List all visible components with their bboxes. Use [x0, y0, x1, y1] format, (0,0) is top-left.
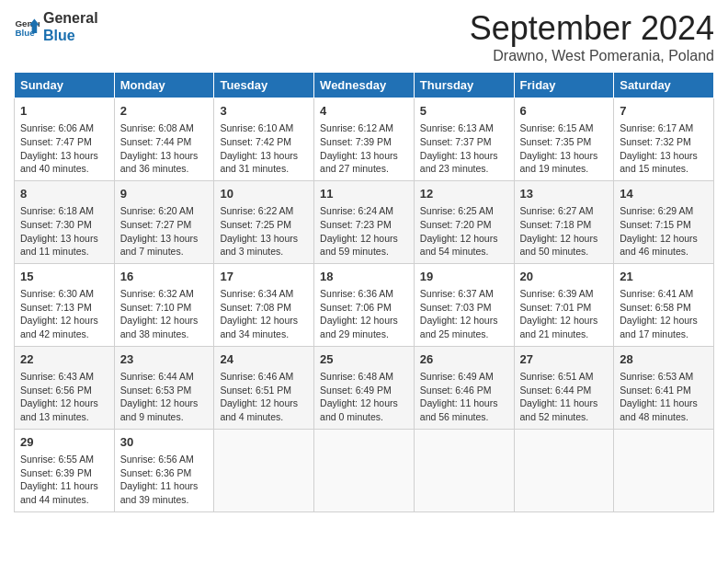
day-number: 13 — [520, 186, 609, 202]
logo-line1: General — [43, 9, 98, 27]
calendar-week-row: 1Sunrise: 6:06 AM Sunset: 7:47 PM Daylig… — [15, 98, 714, 181]
calendar-title: September 2024 — [470, 9, 714, 48]
day-info: Sunrise: 6:46 AM Sunset: 6:51 PM Dayligh… — [220, 370, 308, 424]
calendar-cell: 16Sunrise: 6:32 AM Sunset: 7:10 PM Dayli… — [114, 263, 214, 346]
weekday-header-friday: Friday — [514, 73, 614, 98]
day-info: Sunrise: 6:25 AM Sunset: 7:20 PM Dayligh… — [420, 204, 508, 259]
day-info: Sunrise: 6:10 AM Sunset: 7:42 PM Dayligh… — [220, 121, 308, 176]
calendar-cell: 28Sunrise: 6:53 AM Sunset: 6:41 PM Dayli… — [614, 346, 714, 429]
day-number: 2 — [120, 103, 209, 120]
day-info: Sunrise: 6:08 AM Sunset: 7:44 PM Dayligh… — [120, 121, 209, 176]
day-info: Sunrise: 6:43 AM Sunset: 6:56 PM Dayligh… — [20, 370, 108, 424]
calendar-cell: 22Sunrise: 6:43 AM Sunset: 6:56 PM Dayli… — [15, 346, 115, 429]
day-info: Sunrise: 6:18 AM Sunset: 7:30 PM Dayligh… — [20, 204, 108, 259]
calendar-cell: 19Sunrise: 6:37 AM Sunset: 7:03 PM Dayli… — [414, 263, 514, 346]
calendar-cell: 1Sunrise: 6:06 AM Sunset: 7:47 PM Daylig… — [15, 98, 115, 181]
day-number: 26 — [420, 351, 508, 368]
day-number: 12 — [420, 186, 508, 202]
day-number: 23 — [120, 351, 209, 368]
calendar-cell — [214, 429, 314, 511]
day-info: Sunrise: 6:12 AM Sunset: 7:39 PM Dayligh… — [320, 121, 408, 176]
calendar-week-row: 8Sunrise: 6:18 AM Sunset: 7:30 PM Daylig… — [15, 180, 714, 263]
header: General Blue General Blue September 2024… — [14, 9, 714, 64]
calendar-cell: 11Sunrise: 6:24 AM Sunset: 7:23 PM Dayli… — [314, 180, 415, 263]
day-info: Sunrise: 6:53 AM Sunset: 6:41 PM Dayligh… — [620, 370, 708, 424]
calendar-cell: 25Sunrise: 6:48 AM Sunset: 6:49 PM Dayli… — [314, 346, 415, 429]
calendar-table: SundayMondayTuesdayWednesdayThursdayFrid… — [14, 72, 714, 512]
calendar-cell: 7Sunrise: 6:17 AM Sunset: 7:32 PM Daylig… — [614, 98, 714, 181]
calendar-cell: 4Sunrise: 6:12 AM Sunset: 7:39 PM Daylig… — [314, 98, 415, 181]
day-number: 24 — [220, 351, 308, 368]
day-number: 6 — [520, 103, 609, 120]
day-number: 19 — [420, 269, 508, 285]
day-number: 17 — [220, 269, 308, 285]
calendar-cell — [414, 429, 514, 511]
calendar-cell: 8Sunrise: 6:18 AM Sunset: 7:30 PM Daylig… — [15, 180, 115, 263]
day-number: 8 — [20, 186, 108, 202]
calendar-cell: 13Sunrise: 6:27 AM Sunset: 7:18 PM Dayli… — [514, 180, 614, 263]
day-info: Sunrise: 6:51 AM Sunset: 6:44 PM Dayligh… — [520, 370, 609, 424]
day-info: Sunrise: 6:39 AM Sunset: 7:01 PM Dayligh… — [520, 287, 609, 341]
calendar-cell: 18Sunrise: 6:36 AM Sunset: 7:06 PM Dayli… — [314, 263, 415, 346]
day-number: 20 — [520, 269, 609, 285]
day-info: Sunrise: 6:32 AM Sunset: 7:10 PM Dayligh… — [120, 287, 209, 341]
day-number: 29 — [20, 434, 108, 451]
weekday-header-wednesday: Wednesday — [314, 73, 415, 98]
day-number: 28 — [620, 351, 708, 368]
day-info: Sunrise: 6:30 AM Sunset: 7:13 PM Dayligh… — [20, 287, 108, 341]
calendar-body: 1Sunrise: 6:06 AM Sunset: 7:47 PM Daylig… — [15, 98, 714, 512]
day-number: 22 — [20, 351, 108, 368]
day-info: Sunrise: 6:27 AM Sunset: 7:18 PM Dayligh… — [520, 204, 609, 259]
calendar-cell: 9Sunrise: 6:20 AM Sunset: 7:27 PM Daylig… — [114, 180, 214, 263]
calendar-cell: 15Sunrise: 6:30 AM Sunset: 7:13 PM Dayli… — [15, 263, 115, 346]
day-info: Sunrise: 6:34 AM Sunset: 7:08 PM Dayligh… — [220, 287, 308, 341]
day-info: Sunrise: 6:48 AM Sunset: 6:49 PM Dayligh… — [320, 370, 408, 424]
calendar-subtitle: Drawno, West Pomerania, Poland — [470, 48, 714, 64]
weekday-header-sunday: Sunday — [15, 73, 115, 98]
day-info: Sunrise: 6:15 AM Sunset: 7:35 PM Dayligh… — [520, 121, 609, 176]
calendar-cell: 26Sunrise: 6:49 AM Sunset: 6:46 PM Dayli… — [414, 346, 514, 429]
day-info: Sunrise: 6:17 AM Sunset: 7:32 PM Dayligh… — [620, 121, 708, 176]
calendar-cell: 5Sunrise: 6:13 AM Sunset: 7:37 PM Daylig… — [414, 98, 514, 181]
calendar-cell: 20Sunrise: 6:39 AM Sunset: 7:01 PM Dayli… — [514, 263, 614, 346]
logo-icon: General Blue — [14, 14, 40, 40]
day-info: Sunrise: 6:22 AM Sunset: 7:25 PM Dayligh… — [220, 204, 308, 259]
day-info: Sunrise: 6:55 AM Sunset: 6:39 PM Dayligh… — [20, 453, 108, 507]
weekday-header-thursday: Thursday — [414, 73, 514, 98]
calendar-cell: 27Sunrise: 6:51 AM Sunset: 6:44 PM Dayli… — [514, 346, 614, 429]
weekday-header-tuesday: Tuesday — [214, 73, 314, 98]
day-number: 18 — [320, 269, 408, 285]
calendar-cell: 14Sunrise: 6:29 AM Sunset: 7:15 PM Dayli… — [614, 180, 714, 263]
day-info: Sunrise: 6:56 AM Sunset: 6:36 PM Dayligh… — [120, 453, 209, 507]
weekday-header-saturday: Saturday — [614, 73, 714, 98]
calendar-cell: 24Sunrise: 6:46 AM Sunset: 6:51 PM Dayli… — [214, 346, 314, 429]
day-number: 1 — [20, 103, 108, 120]
day-number: 21 — [620, 269, 708, 285]
calendar-cell: 17Sunrise: 6:34 AM Sunset: 7:08 PM Dayli… — [214, 263, 314, 346]
day-info: Sunrise: 6:49 AM Sunset: 6:46 PM Dayligh… — [420, 370, 508, 424]
calendar-week-row: 15Sunrise: 6:30 AM Sunset: 7:13 PM Dayli… — [15, 263, 714, 346]
day-number: 27 — [520, 351, 609, 368]
calendar-cell — [314, 429, 415, 511]
day-number: 9 — [120, 186, 209, 202]
day-info: Sunrise: 6:29 AM Sunset: 7:15 PM Dayligh… — [620, 204, 708, 259]
calendar-week-row: 29Sunrise: 6:55 AM Sunset: 6:39 PM Dayli… — [15, 429, 714, 511]
day-info: Sunrise: 6:06 AM Sunset: 7:47 PM Dayligh… — [20, 121, 108, 176]
calendar-week-row: 22Sunrise: 6:43 AM Sunset: 6:56 PM Dayli… — [15, 346, 714, 429]
day-number: 14 — [620, 186, 708, 202]
day-number: 7 — [620, 103, 708, 120]
day-number: 10 — [220, 186, 308, 202]
day-number: 5 — [420, 103, 508, 120]
logo-line2: Blue — [43, 27, 98, 44]
calendar-cell — [514, 429, 614, 511]
title-area: September 2024 Drawno, West Pomerania, P… — [470, 9, 714, 64]
calendar-cell — [614, 429, 714, 511]
day-info: Sunrise: 6:41 AM Sunset: 6:58 PM Dayligh… — [620, 287, 708, 341]
calendar-cell: 10Sunrise: 6:22 AM Sunset: 7:25 PM Dayli… — [214, 180, 314, 263]
day-info: Sunrise: 6:44 AM Sunset: 6:53 PM Dayligh… — [120, 370, 209, 424]
day-number: 15 — [20, 269, 108, 285]
calendar-cell: 23Sunrise: 6:44 AM Sunset: 6:53 PM Dayli… — [114, 346, 214, 429]
day-info: Sunrise: 6:13 AM Sunset: 7:37 PM Dayligh… — [420, 121, 508, 176]
day-number: 4 — [320, 103, 408, 120]
calendar-cell: 3Sunrise: 6:10 AM Sunset: 7:42 PM Daylig… — [214, 98, 314, 181]
